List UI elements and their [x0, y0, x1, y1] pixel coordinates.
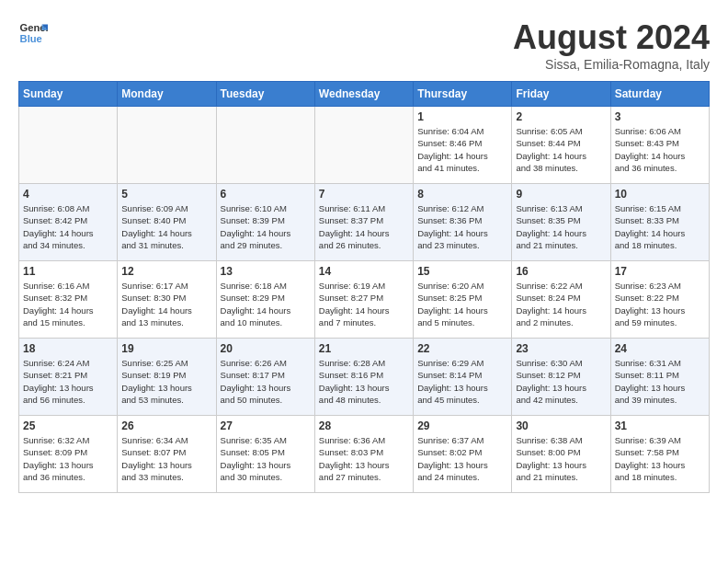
cell-content: 2Sunrise: 6:05 AM Sunset: 8:44 PM Daylig…	[516, 110, 606, 179]
calendar-cell: 12Sunrise: 6:17 AM Sunset: 8:30 PM Dayli…	[118, 261, 216, 339]
day-info: Sunrise: 6:37 AM Sunset: 8:02 PM Dayligh…	[417, 434, 507, 483]
calendar-cell: 20Sunrise: 6:26 AM Sunset: 8:17 PM Dayli…	[216, 339, 314, 416]
day-info: Sunrise: 6:31 AM Sunset: 8:11 PM Dayligh…	[615, 357, 705, 406]
day-info: Sunrise: 6:30 AM Sunset: 8:12 PM Dayligh…	[516, 357, 606, 406]
day-number: 18	[23, 342, 113, 355]
day-number: 3	[615, 110, 705, 123]
calendar-cell: 9Sunrise: 6:13 AM Sunset: 8:35 PM Daylig…	[512, 184, 610, 261]
calendar-table: SundayMondayTuesdayWednesdayThursdayFrid…	[18, 81, 710, 493]
day-number: 19	[121, 342, 211, 355]
day-number: 5	[121, 188, 211, 201]
day-number: 6	[221, 188, 311, 201]
day-number: 28	[319, 419, 409, 432]
calendar-cell: 27Sunrise: 6:35 AM Sunset: 8:05 PM Dayli…	[216, 416, 314, 493]
day-info: Sunrise: 6:28 AM Sunset: 8:16 PM Dayligh…	[319, 357, 409, 406]
calendar-cell: 7Sunrise: 6:11 AM Sunset: 8:37 PM Daylig…	[314, 184, 413, 261]
calendar-cell: 29Sunrise: 6:37 AM Sunset: 8:02 PM Dayli…	[414, 416, 512, 493]
calendar-cell: 3Sunrise: 6:06 AM Sunset: 8:43 PM Daylig…	[610, 107, 709, 184]
calendar-cell	[118, 107, 216, 184]
day-number: 29	[417, 419, 507, 432]
calendar-cell: 15Sunrise: 6:20 AM Sunset: 8:25 PM Dayli…	[414, 261, 512, 339]
day-info: Sunrise: 6:35 AM Sunset: 8:05 PM Dayligh…	[221, 434, 311, 483]
day-info: Sunrise: 6:08 AM Sunset: 8:42 PM Dayligh…	[23, 202, 113, 251]
day-info: Sunrise: 6:16 AM Sunset: 8:32 PM Dayligh…	[23, 280, 113, 328]
calendar-cell: 25Sunrise: 6:32 AM Sunset: 8:09 PM Dayli…	[19, 416, 118, 493]
calendar-cell: 2Sunrise: 6:05 AM Sunset: 8:44 PM Daylig…	[512, 107, 610, 184]
calendar-cell: 4Sunrise: 6:08 AM Sunset: 8:42 PM Daylig…	[19, 184, 118, 261]
day-number: 13	[221, 265, 311, 278]
calendar-cell: 1Sunrise: 6:04 AM Sunset: 8:46 PM Daylig…	[414, 107, 512, 184]
day-number: 20	[221, 342, 311, 355]
cell-content: 22Sunrise: 6:29 AM Sunset: 8:14 PM Dayli…	[417, 342, 507, 411]
day-number: 25	[23, 419, 113, 432]
calendar-cell: 28Sunrise: 6:36 AM Sunset: 8:03 PM Dayli…	[314, 416, 413, 493]
day-number: 10	[615, 188, 705, 201]
day-info: Sunrise: 6:13 AM Sunset: 8:35 PM Dayligh…	[516, 202, 606, 251]
calendar-cell	[19, 107, 118, 184]
cell-content: 24Sunrise: 6:31 AM Sunset: 8:11 PM Dayli…	[615, 342, 705, 411]
calendar-cell: 18Sunrise: 6:24 AM Sunset: 8:21 PM Dayli…	[19, 339, 118, 416]
page-header: General Blue August 2024 Sissa, Emilia-R…	[18, 18, 710, 72]
col-header-sunday: Sunday	[19, 82, 118, 107]
day-info: Sunrise: 6:05 AM Sunset: 8:44 PM Dayligh…	[516, 125, 606, 174]
cell-content: 5Sunrise: 6:09 AM Sunset: 8:40 PM Daylig…	[121, 188, 211, 257]
day-number: 1	[417, 110, 507, 123]
day-info: Sunrise: 6:38 AM Sunset: 8:00 PM Dayligh…	[516, 434, 606, 483]
day-info: Sunrise: 6:09 AM Sunset: 8:40 PM Dayligh…	[121, 202, 211, 251]
title-block: August 2024 Sissa, Emilia-Romagna, Italy	[513, 18, 710, 72]
cell-content: 28Sunrise: 6:36 AM Sunset: 8:03 PM Dayli…	[319, 419, 409, 488]
cell-content: 26Sunrise: 6:34 AM Sunset: 8:07 PM Dayli…	[121, 419, 211, 488]
cell-content: 23Sunrise: 6:30 AM Sunset: 8:12 PM Dayli…	[516, 342, 606, 411]
day-number: 31	[615, 419, 705, 432]
cell-content: 17Sunrise: 6:23 AM Sunset: 8:22 PM Dayli…	[615, 265, 705, 334]
day-number: 4	[23, 188, 113, 201]
day-number: 22	[417, 342, 507, 355]
day-info: Sunrise: 6:24 AM Sunset: 8:21 PM Dayligh…	[23, 357, 113, 406]
calendar-cell: 6Sunrise: 6:10 AM Sunset: 8:39 PM Daylig…	[216, 184, 314, 261]
cell-content: 12Sunrise: 6:17 AM Sunset: 8:30 PM Dayli…	[121, 265, 211, 334]
col-header-friday: Friday	[512, 82, 610, 107]
day-info: Sunrise: 6:34 AM Sunset: 8:07 PM Dayligh…	[121, 434, 211, 483]
calendar-cell: 24Sunrise: 6:31 AM Sunset: 8:11 PM Dayli…	[610, 339, 709, 416]
month-year-title: August 2024	[513, 18, 710, 57]
day-info: Sunrise: 6:23 AM Sunset: 8:22 PM Dayligh…	[615, 280, 705, 328]
logo: General Blue	[18, 18, 48, 48]
calendar-cell: 10Sunrise: 6:15 AM Sunset: 8:33 PM Dayli…	[610, 184, 709, 261]
calendar-week-row: 1Sunrise: 6:04 AM Sunset: 8:46 PM Daylig…	[19, 107, 710, 184]
col-header-saturday: Saturday	[610, 82, 709, 107]
calendar-cell: 31Sunrise: 6:39 AM Sunset: 7:58 PM Dayli…	[610, 416, 709, 493]
cell-content: 4Sunrise: 6:08 AM Sunset: 8:42 PM Daylig…	[23, 188, 113, 257]
day-info: Sunrise: 6:10 AM Sunset: 8:39 PM Dayligh…	[221, 202, 311, 251]
day-number: 26	[121, 419, 211, 432]
day-info: Sunrise: 6:15 AM Sunset: 8:33 PM Dayligh…	[615, 202, 705, 251]
day-info: Sunrise: 6:25 AM Sunset: 8:19 PM Dayligh…	[121, 357, 211, 406]
cell-content: 6Sunrise: 6:10 AM Sunset: 8:39 PM Daylig…	[221, 188, 311, 257]
logo-icon: General Blue	[18, 18, 48, 48]
day-number: 30	[516, 419, 606, 432]
calendar-cell: 8Sunrise: 6:12 AM Sunset: 8:36 PM Daylig…	[414, 184, 512, 261]
day-info: Sunrise: 6:22 AM Sunset: 8:24 PM Dayligh…	[516, 280, 606, 328]
cell-content: 10Sunrise: 6:15 AM Sunset: 8:33 PM Dayli…	[615, 188, 705, 257]
calendar-cell: 26Sunrise: 6:34 AM Sunset: 8:07 PM Dayli…	[118, 416, 216, 493]
day-number: 12	[121, 265, 211, 278]
calendar-week-row: 4Sunrise: 6:08 AM Sunset: 8:42 PM Daylig…	[19, 184, 710, 261]
day-number: 16	[516, 265, 606, 278]
day-info: Sunrise: 6:20 AM Sunset: 8:25 PM Dayligh…	[417, 280, 507, 328]
cell-content: 19Sunrise: 6:25 AM Sunset: 8:19 PM Dayli…	[121, 342, 211, 411]
cell-content: 7Sunrise: 6:11 AM Sunset: 8:37 PM Daylig…	[319, 188, 409, 257]
day-number: 14	[319, 265, 409, 278]
calendar-cell: 22Sunrise: 6:29 AM Sunset: 8:14 PM Dayli…	[414, 339, 512, 416]
col-header-tuesday: Tuesday	[216, 82, 314, 107]
calendar-cell: 14Sunrise: 6:19 AM Sunset: 8:27 PM Dayli…	[314, 261, 413, 339]
day-info: Sunrise: 6:04 AM Sunset: 8:46 PM Dayligh…	[417, 125, 507, 174]
day-info: Sunrise: 6:11 AM Sunset: 8:37 PM Dayligh…	[319, 202, 409, 251]
day-info: Sunrise: 6:12 AM Sunset: 8:36 PM Dayligh…	[417, 202, 507, 251]
day-info: Sunrise: 6:29 AM Sunset: 8:14 PM Dayligh…	[417, 357, 507, 406]
day-number: 21	[319, 342, 409, 355]
day-number: 11	[23, 265, 113, 278]
cell-content: 30Sunrise: 6:38 AM Sunset: 8:00 PM Dayli…	[516, 419, 606, 488]
cell-content: 20Sunrise: 6:26 AM Sunset: 8:17 PM Dayli…	[221, 342, 311, 411]
cell-content: 25Sunrise: 6:32 AM Sunset: 8:09 PM Dayli…	[23, 419, 113, 488]
cell-content: 18Sunrise: 6:24 AM Sunset: 8:21 PM Dayli…	[23, 342, 113, 411]
day-info: Sunrise: 6:19 AM Sunset: 8:27 PM Dayligh…	[319, 280, 409, 328]
